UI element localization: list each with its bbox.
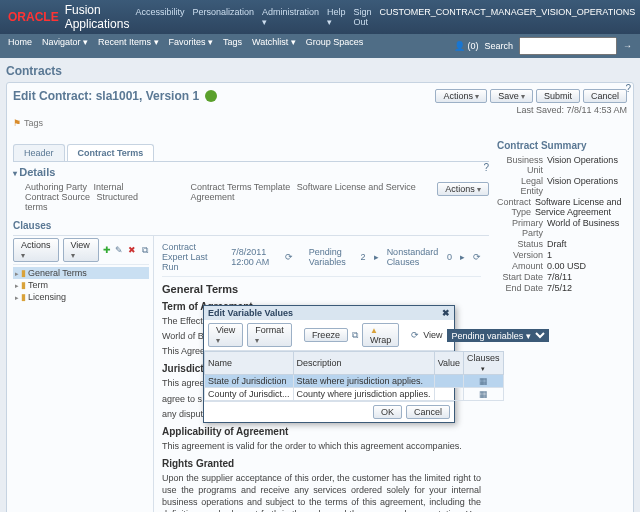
folder-icon: ▮ xyxy=(21,292,26,302)
details-actions-menu[interactable]: Actions xyxy=(437,182,489,196)
link-personalization[interactable]: Personalization xyxy=(192,7,254,27)
dialog-view-menu[interactable]: View xyxy=(208,323,243,347)
dialog-filter-select[interactable]: Pending variables ▾ xyxy=(447,329,549,342)
summary-value: Software License and Service Agreement xyxy=(535,197,627,217)
cell-value[interactable] xyxy=(434,388,463,401)
pending-go-icon[interactable]: ▸ xyxy=(374,252,379,262)
global-search-input[interactable] xyxy=(519,37,617,55)
dialog-refresh-icon[interactable]: ⟳ xyxy=(411,330,419,341)
dialog-ok-button[interactable]: OK xyxy=(373,405,402,419)
col-name[interactable]: Name xyxy=(205,352,294,375)
nav-tags[interactable]: Tags xyxy=(223,37,242,55)
submit-button[interactable]: Submit xyxy=(536,89,580,103)
details-header[interactable]: Details xyxy=(13,166,489,178)
dialog-freeze-button[interactable]: Freeze xyxy=(304,328,348,342)
role-label: CUSTOMER_CONTRACT_MANAGER_VISION_OPERATI… xyxy=(380,7,636,27)
summary-key: Status xyxy=(497,239,543,249)
doc-h4: Applicability of Agreement xyxy=(162,426,481,437)
tab-contract-terms[interactable]: Contract Terms xyxy=(67,144,155,161)
nav-navigator[interactable]: Navigator ▾ xyxy=(42,37,88,55)
tree-view-menu[interactable]: View xyxy=(63,238,99,262)
table-row[interactable]: State of Jurisdiction State where jurisd… xyxy=(205,375,504,388)
edit-variable-values-dialog: Edit Variable Values ✖ View Format Freez… xyxy=(203,305,455,423)
nav-groupspaces[interactable]: Group Spaces xyxy=(306,37,364,55)
summary-key: Legal Entity xyxy=(497,176,543,196)
actions-menu[interactable]: Actions xyxy=(435,89,487,103)
search-label: Search xyxy=(484,41,513,51)
dialog-close-icon[interactable]: ✖ xyxy=(442,308,450,318)
dialog-format-menu[interactable]: Format xyxy=(247,323,292,347)
summary-title: Contract Summary xyxy=(497,140,627,151)
tag-icon[interactable]: ⚑ xyxy=(13,118,21,128)
cell-desc: State where jurisdiction applies. xyxy=(293,375,434,388)
nav-recent[interactable]: Recent Items ▾ xyxy=(98,37,159,55)
breadcrumb: Contracts xyxy=(6,64,634,78)
link-help[interactable]: Help ▾ xyxy=(327,7,346,27)
cell-name: State of Jurisdiction xyxy=(205,375,294,388)
authoring-label: Authoring Party xyxy=(25,182,87,192)
tree-label: Licensing xyxy=(28,292,66,302)
tree-node-licensing[interactable]: ▮Licensing xyxy=(13,291,149,303)
cell-value[interactable] xyxy=(434,375,463,388)
summary-value: 0.00 USD xyxy=(547,261,586,271)
clauses-header: Clauses xyxy=(13,220,489,231)
nonstd-go-icon[interactable]: ▸ xyxy=(460,252,465,262)
dialog-wrap-button[interactable]: ▲ Wrap xyxy=(362,323,399,347)
link-accessibility[interactable]: Accessibility xyxy=(135,7,184,27)
authoring-value: Internal xyxy=(94,182,124,192)
edit-icon[interactable]: ✎ xyxy=(115,245,124,256)
status-dot-icon xyxy=(205,90,217,102)
cell-name: County of Jurisdict... xyxy=(205,388,294,401)
help-icon[interactable]: ? xyxy=(625,83,631,94)
summary-value: Vision Operations xyxy=(547,155,618,175)
pending-label: Pending Variables xyxy=(309,247,353,267)
last-saved-value: 7/8/11 4:53 AM xyxy=(566,105,627,115)
summary-key: Primary Party xyxy=(497,218,543,238)
tab-header[interactable]: Header xyxy=(13,144,65,161)
col-clauses[interactable]: Clauses ▾ xyxy=(463,352,503,375)
summary-key: Version xyxy=(497,250,543,260)
app-name: Fusion Applications xyxy=(65,3,130,31)
summary-value: 1 xyxy=(547,250,552,260)
link-signout[interactable]: Sign Out xyxy=(353,7,371,27)
copy-icon[interactable]: ⧉ xyxy=(140,245,149,256)
tab-help-icon[interactable]: ? xyxy=(483,162,489,173)
tree-label: General Terms xyxy=(28,268,87,278)
summary-key: End Date xyxy=(497,283,543,293)
tags-label[interactable]: Tags xyxy=(24,118,43,128)
detach-icon[interactable]: ⧉ xyxy=(352,330,358,341)
folder-icon: ▮ xyxy=(21,280,26,290)
clause-link-icon[interactable]: ▦ xyxy=(463,375,503,388)
table-row[interactable]: County of Jurisdict... County where juri… xyxy=(205,388,504,401)
dialog-view-label: View xyxy=(423,330,442,340)
tree-actions-menu[interactable]: Actions xyxy=(13,238,59,262)
tree-label: Term xyxy=(28,280,48,290)
search-go-icon[interactable]: → xyxy=(623,41,632,51)
page-title: Edit Contract: sla1001, Version 1 xyxy=(13,89,199,103)
dialog-cancel-button[interactable]: Cancel xyxy=(406,405,450,419)
nav-home[interactable]: Home xyxy=(8,37,32,55)
user-badge[interactable]: 👤 (0) xyxy=(454,41,479,51)
cancel-button[interactable]: Cancel xyxy=(583,89,627,103)
pending-value: 2 xyxy=(361,252,366,262)
nonstd-label: Nonstandard Clauses xyxy=(387,247,439,267)
nav-favorites[interactable]: Favorites ▾ xyxy=(169,37,214,55)
oracle-logo: ORACLE xyxy=(8,10,59,24)
link-administration[interactable]: Administration ▾ xyxy=(262,7,319,27)
refresh-icon[interactable]: ⟳ xyxy=(285,252,293,262)
clause-link-icon[interactable]: ▦ xyxy=(463,388,503,401)
col-value[interactable]: Value xyxy=(434,352,463,375)
tree-node-term[interactable]: ▮Term xyxy=(13,279,149,291)
summary-value: 7/5/12 xyxy=(547,283,572,293)
folder-icon: ▮ xyxy=(21,268,26,278)
summary-key: Amount xyxy=(497,261,543,271)
col-description[interactable]: Description xyxy=(293,352,434,375)
add-icon[interactable]: ✚ xyxy=(103,245,112,256)
summary-value: 7/8/11 xyxy=(547,272,572,282)
doc-refresh-icon[interactable]: ⟳ xyxy=(473,252,481,262)
tree-node-general-terms[interactable]: ▮General Terms xyxy=(13,267,149,279)
nav-watchlist[interactable]: Watchlist ▾ xyxy=(252,37,296,55)
doc-h5: Rights Granted xyxy=(162,458,481,469)
delete-icon[interactable]: ✖ xyxy=(128,245,137,256)
save-button[interactable]: Save xyxy=(490,89,533,103)
